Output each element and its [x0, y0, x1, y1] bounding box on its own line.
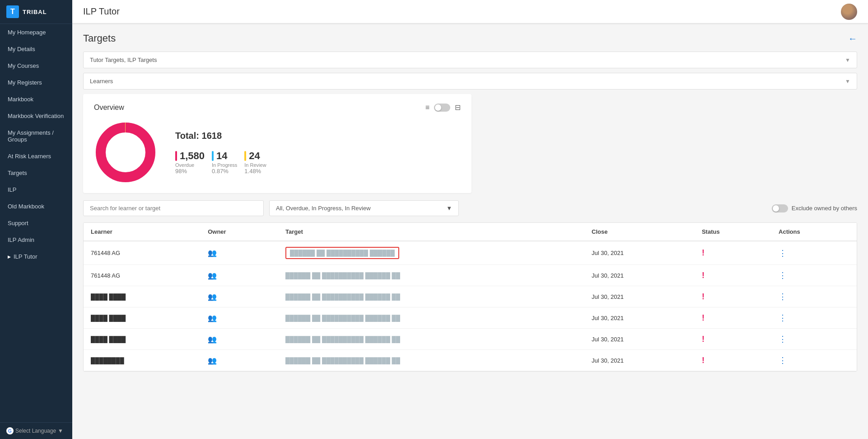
toggle-knob — [435, 104, 441, 111]
table-row: ████ ████👥██████ ██ ██████████ ██████ ██… — [84, 307, 857, 329]
cell-actions[interactable]: ⋮ — [771, 265, 857, 286]
target-text: ██████ ██ ██████████ ██████ ██ — [285, 315, 400, 321]
owner-group-icon: 👥 — [208, 335, 217, 343]
stat-overdue-value: 1,580 — [175, 150, 205, 162]
select-language-label: Select Language — [15, 428, 56, 434]
exclude-toggle[interactable] — [772, 204, 788, 212]
table-row: ████ ████👥██████ ██ ██████████ ██████ ██… — [84, 286, 857, 307]
col-target: Target — [278, 223, 584, 241]
learner-filter-dropdown[interactable]: Learners ▼ — [83, 73, 857, 90]
sidebar-item-old-markbook[interactable]: Old Markbook — [0, 198, 72, 215]
inreview-pct: 1.48% — [244, 168, 261, 175]
page-header: Targets ← — [83, 33, 857, 44]
status-badge: ! — [702, 335, 705, 344]
view-toggle[interactable] — [434, 104, 450, 112]
cell-target: ██████ ██ ██████████ ██████ ██ — [278, 329, 584, 350]
cell-owner: 👥 — [201, 307, 278, 329]
actions-menu-button[interactable]: ⋮ — [779, 313, 787, 322]
actions-menu-button[interactable]: ⋮ — [779, 271, 787, 280]
sidebar-item-support[interactable]: Support — [0, 215, 72, 231]
logo-area: T TRIBAL — [0, 0, 72, 24]
sidebar-item-my-registers[interactable]: My Registers — [0, 74, 72, 91]
donut-chart — [94, 121, 157, 184]
sidebar-item-my-details[interactable]: My Details — [0, 41, 72, 57]
user-avatar[interactable] — [841, 4, 857, 20]
sidebar-item-my-assignments-groups[interactable]: My Assignments / Groups — [0, 124, 72, 148]
cell-owner: 👥 — [201, 286, 278, 307]
cell-learner: ████ ████ — [84, 307, 201, 329]
overdue-label: Overdue — [175, 162, 194, 168]
col-status: Status — [695, 223, 771, 241]
target-text: ██████ ██ ██████████ ██████ ██ — [285, 336, 400, 343]
inreview-bar — [244, 151, 246, 161]
stat-inprogress: 14 In Progress 0.87% — [212, 150, 237, 175]
table-header: Learner Owner Target Close Status Action… — [84, 223, 857, 241]
language-dropdown-arrow: ▼ — [58, 428, 63, 434]
cell-actions[interactable]: ⋮ — [771, 286, 857, 307]
cell-close: Jul 30, 2021 — [584, 307, 695, 329]
page-title: Targets — [83, 33, 116, 44]
learner-filter-arrow: ▼ — [845, 78, 850, 85]
actions-menu-button[interactable]: ⋮ — [779, 356, 787, 365]
tribal-logo-text: TRIBAL — [23, 9, 47, 15]
status-filter-value: All, Overdue, In Progress, In Review — [276, 205, 371, 212]
overdue-bar — [175, 151, 177, 161]
list-icon[interactable]: ≡ — [425, 104, 429, 112]
cell-close: Jul 30, 2021 — [584, 286, 695, 307]
target-filter-dropdown[interactable]: Tutor Targets, ILP Targets ▼ — [83, 52, 857, 68]
google-icon: G — [6, 427, 14, 434]
back-button[interactable]: ← — [848, 33, 857, 44]
actions-menu-button[interactable]: ⋮ — [779, 335, 787, 344]
status-badge: ! — [702, 313, 705, 322]
avatar-image — [841, 4, 857, 20]
sidebar-item-ilp-tutor[interactable]: ILP Tutor — [0, 248, 72, 265]
owner-group-icon: 👥 — [208, 357, 217, 364]
status-filter-dropdown[interactable]: All, Overdue, In Progress, In Review ▼ — [269, 200, 459, 216]
cell-actions[interactable]: ⋮ — [771, 307, 857, 329]
cell-owner: 👥 — [201, 241, 278, 265]
stat-inreview: 24 In Review 1.48% — [244, 150, 266, 175]
cell-actions[interactable]: ⋮ — [771, 329, 857, 350]
cell-actions[interactable]: ⋮ — [771, 350, 857, 371]
cell-status: ! — [695, 241, 771, 265]
cell-status: ! — [695, 286, 771, 307]
actions-menu-button[interactable]: ⋮ — [779, 292, 787, 301]
col-owner: Owner — [201, 223, 278, 241]
table-body: 761448 AG👥██████ ██ ██████████ ██████Jul… — [84, 241, 857, 371]
sidebar-item-at-risk-learners[interactable]: At Risk Learners — [0, 148, 72, 165]
status-badge: ! — [702, 356, 705, 365]
cell-owner: 👥 — [201, 265, 278, 286]
inprogress-label: In Progress — [212, 162, 237, 168]
actions-menu-button[interactable]: ⋮ — [779, 249, 787, 258]
sidebar: T TRIBAL My HomepageMy DetailsMy Courses… — [0, 0, 72, 439]
sidebar-item-ilp-admin[interactable]: ILP Admin — [0, 231, 72, 248]
cell-status: ! — [695, 265, 771, 286]
table: Learner Owner Target Close Status Action… — [84, 223, 857, 371]
target-text-highlighted: ██████ ██ ██████████ ██████ — [285, 247, 399, 259]
cell-target: ██████ ██ ██████████ ██████ — [278, 241, 584, 265]
total-label: Total: 1618 — [175, 131, 266, 141]
sidebar-item-my-homepage[interactable]: My Homepage — [0, 24, 72, 41]
page-content: Targets ← Tutor Targets, ILP Targets ▼ L… — [72, 24, 868, 439]
sidebar-item-markbook-verification[interactable]: Markbook Verification — [0, 108, 72, 124]
status-badge: ! — [702, 271, 705, 280]
sidebar-item-targets[interactable]: Targets — [0, 165, 72, 181]
target-filter-arrow: ▼ — [845, 57, 850, 63]
select-language-area[interactable]: G Select Language ▼ — [0, 422, 72, 439]
filter-icon[interactable]: ⊟ — [455, 103, 461, 112]
search-input[interactable] — [83, 200, 264, 216]
cell-target: ██████ ██ ██████████ ██████ ██ — [278, 265, 584, 286]
sidebar-item-my-courses[interactable]: My Courses — [0, 57, 72, 74]
cell-learner: ████████ — [84, 350, 201, 371]
target-text: ██████ ██ ██████████ ██████ ██ — [285, 357, 400, 364]
tribal-logo-icon: T — [6, 5, 19, 18]
sidebar-item-ilp[interactable]: ILP — [0, 181, 72, 198]
stat-inreview-value: 24 — [244, 150, 260, 162]
sidebar-item-markbook[interactable]: Markbook — [0, 91, 72, 108]
cell-status: ! — [695, 307, 771, 329]
topbar: ILP Tutor — [72, 0, 868, 24]
owner-group-icon: 👥 — [208, 249, 217, 257]
cell-actions[interactable]: ⋮ — [771, 241, 857, 265]
overview-body: Total: 1618 1,580 Overdue 98% — [94, 121, 461, 184]
inprogress-pct: 0.87% — [212, 168, 229, 175]
